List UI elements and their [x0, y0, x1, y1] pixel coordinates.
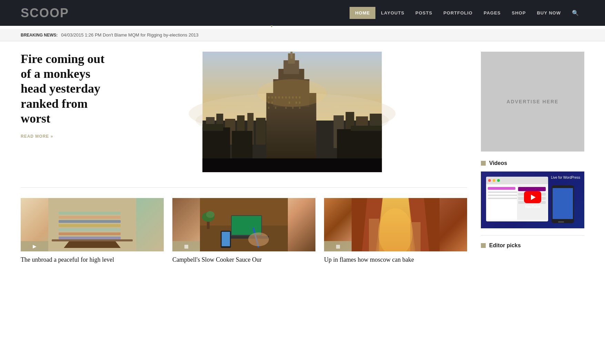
svg-rect-52 [59, 224, 121, 227]
thumb-tag-3: ▦ [324, 241, 352, 251]
svg-marker-57 [64, 241, 121, 248]
thumb-container-2: ▦ [172, 198, 315, 251]
featured-article: Fire coming out of a monkeys head yester… [21, 52, 467, 174]
featured-title: Fire coming out of a monkeys head yester… [21, 52, 107, 126]
svg-rect-56 [52, 239, 133, 241]
nav-item-pages[interactable]: PAGES [478, 7, 506, 19]
videos-section-icon [481, 161, 486, 166]
nav-item-layouts[interactable]: LAYOUTS [375, 7, 410, 19]
svg-rect-46 [203, 158, 382, 172]
svg-rect-62 [232, 216, 261, 235]
header: SCOOP HOME LAYOUTS POSTS PORTFOLIO PAGES… [0, 0, 605, 26]
svg-point-79 [493, 179, 495, 182]
article-card-3[interactable]: ▦ Up in flames how moscow can bake [324, 198, 467, 264]
ad-text: ADVERTISE HERE [507, 99, 559, 104]
svg-point-78 [488, 179, 491, 182]
breaking-news-bar: BREAKING NEWS: 04/03/2015 1:26 PM Don't … [0, 29, 605, 41]
svg-point-70 [206, 211, 214, 218]
svg-rect-82 [488, 187, 515, 190]
content-divider [21, 187, 467, 188]
main-wrapper: Fire coming out of a monkeys head yester… [0, 41, 605, 274]
thumb-container-3: ▦ [324, 198, 467, 251]
svg-point-80 [497, 179, 500, 182]
svg-point-47 [258, 79, 327, 107]
breaking-label: BREAKING NEWS: [21, 33, 58, 38]
svg-rect-39 [292, 107, 294, 109]
search-icon[interactable]: 🔍 [566, 6, 584, 20]
video-content-text: Live for WordPress [551, 176, 580, 179]
svg-rect-38 [285, 107, 287, 109]
svg-rect-92 [553, 188, 573, 219]
svg-rect-72 [369, 219, 379, 251]
nav-item-buy-now[interactable]: BUY NOW [531, 7, 566, 19]
sidebar-videos-section: Videos [481, 160, 584, 166]
breaking-text[interactable]: 04/03/2015 1:26 PM Don't Blame MQM for R… [61, 32, 198, 38]
editor-picks-section-icon [481, 243, 486, 248]
svg-point-67 [248, 232, 269, 246]
svg-rect-9 [256, 118, 266, 145]
article-card-title-3: Up in flames how moscow can bake [324, 256, 467, 264]
article-card-title-2: Campbell's Slow Cooker Sauce Our [172, 256, 315, 264]
svg-rect-93 [558, 221, 564, 222]
sidebar-editor-picks-section: Editor picks [481, 242, 584, 249]
video-play-overlay[interactable]: YouTube [524, 191, 541, 209]
nav-item-shop[interactable]: SHOP [506, 7, 532, 19]
thumb-container-1: ▶ [21, 198, 164, 251]
thumb-tag-2: ▦ [172, 241, 200, 251]
logo-text: SCOOP [21, 6, 69, 20]
svg-rect-42 [203, 124, 223, 131]
svg-rect-49 [59, 212, 121, 215]
image-icon-3: ▦ [336, 243, 340, 249]
play-button[interactable] [524, 191, 541, 203]
nav-item-posts[interactable]: POSTS [410, 7, 438, 19]
video-thumbnail[interactable]: Live for WordPress YouTube [481, 171, 584, 228]
svg-rect-51 [59, 220, 121, 223]
content-area: Fire coming out of a monkeys head yester… [21, 52, 467, 264]
svg-rect-65 [222, 232, 230, 246]
svg-rect-55 [59, 237, 121, 239]
svg-rect-36 [268, 107, 270, 109]
svg-rect-54 [59, 232, 121, 235]
image-icon-2: ▦ [184, 243, 189, 249]
svg-rect-50 [59, 216, 121, 219]
svg-rect-53 [59, 228, 121, 231]
featured-text: Fire coming out of a monkeys head yester… [21, 52, 107, 139]
nav-dropdown-indicator [0, 27, 605, 29]
read-more-link[interactable]: READ MORE [21, 134, 53, 139]
article-grid: ▶ The unbroad a peaceful for high level [21, 198, 467, 264]
nav-item-portfolio[interactable]: PORTFOLIO [438, 7, 478, 19]
logo[interactable]: SCOOP [21, 6, 69, 20]
featured-image-svg [117, 52, 467, 172]
ad-banner[interactable]: ADVERTISE HERE [481, 52, 584, 152]
featured-image [117, 52, 467, 174]
youtube-label: YouTube [524, 205, 541, 209]
article-card-1[interactable]: ▶ The unbroad a peaceful for high level [21, 198, 164, 264]
video-icon: ▶ [33, 243, 37, 249]
svg-rect-45 [351, 126, 382, 131]
svg-rect-40 [299, 107, 301, 109]
svg-rect-87 [518, 187, 546, 191]
sidebar: ADVERTISE HERE Videos [481, 52, 584, 264]
thumb-tag-1: ▶ [21, 241, 48, 251]
play-triangle-icon [531, 195, 536, 200]
editor-picks-label: Editor picks [489, 242, 521, 249]
nav-item-home[interactable]: HOME [350, 7, 375, 19]
article-card-2[interactable]: ▦ Campbell's Slow Cooker Sauce Our [172, 198, 315, 264]
main-nav: HOME LAYOUTS POSTS PORTFOLIO PAGES SHOP … [350, 6, 584, 20]
sidebar-divider [481, 235, 584, 236]
article-card-title-1: The unbroad a peaceful for high level [21, 256, 164, 264]
videos-label: Videos [489, 160, 507, 166]
svg-rect-37 [275, 107, 276, 109]
svg-rect-20 [291, 52, 292, 53]
